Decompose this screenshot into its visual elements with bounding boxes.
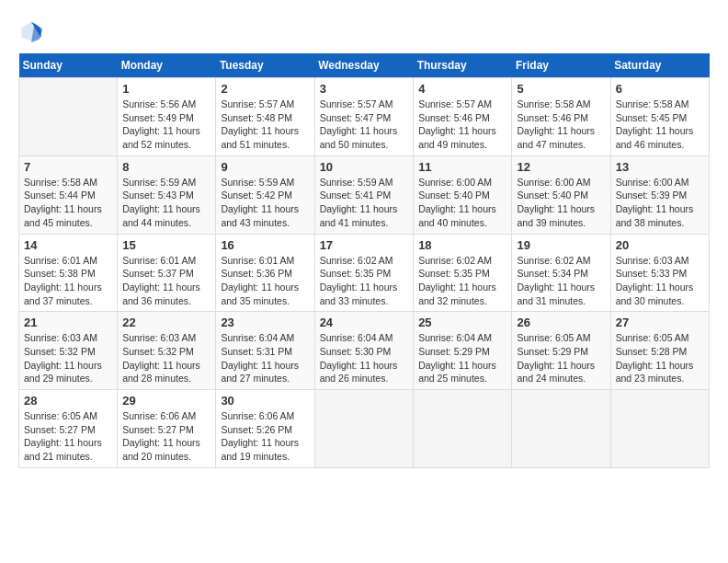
calendar-week-row: 14Sunrise: 6:01 AMSunset: 5:38 PMDayligh… — [19, 234, 710, 312]
day-info: Sunrise: 6:01 AMSunset: 5:38 PMDaylight:… — [24, 254, 112, 308]
day-number: 27 — [616, 316, 704, 329]
day-number: 25 — [418, 316, 506, 329]
day-info: Sunrise: 5:58 AMSunset: 5:45 PMDaylight:… — [616, 98, 704, 152]
calendar-cell: 15Sunrise: 6:01 AMSunset: 5:37 PMDayligh… — [118, 234, 216, 312]
calendar-week-row: 28Sunrise: 6:05 AMSunset: 5:27 PMDayligh… — [19, 390, 710, 468]
calendar-cell: 7Sunrise: 5:58 AMSunset: 5:44 PMDaylight… — [19, 155, 118, 234]
day-info: Sunrise: 6:03 AMSunset: 5:32 PMDaylight:… — [24, 331, 112, 385]
calendar-table: SundayMondayTuesdayWednesdayThursdayFrid… — [18, 53, 710, 468]
day-number: 7 — [24, 160, 112, 174]
calendar-cell: 19Sunrise: 6:02 AMSunset: 5:34 PMDayligh… — [512, 234, 610, 312]
day-number: 17 — [320, 238, 409, 252]
calendar-cell — [610, 390, 709, 468]
calendar-cell — [314, 390, 414, 468]
day-number: 2 — [221, 82, 309, 96]
day-info: Sunrise: 5:59 AMSunset: 5:42 PMDaylight:… — [221, 176, 309, 230]
day-number: 22 — [122, 316, 210, 329]
calendar-cell: 5Sunrise: 5:58 AMSunset: 5:46 PMDaylight… — [512, 78, 610, 156]
day-number: 29 — [122, 394, 210, 408]
day-info: Sunrise: 6:02 AMSunset: 5:35 PMDaylight:… — [320, 254, 409, 308]
calendar-week-row: 21Sunrise: 6:03 AMSunset: 5:32 PMDayligh… — [19, 312, 710, 390]
logo-icon — [18, 18, 44, 44]
calendar-cell — [19, 78, 118, 156]
weekday-header-monday: Monday — [118, 53, 216, 78]
calendar-week-row: 1Sunrise: 5:56 AMSunset: 5:49 PMDaylight… — [19, 78, 710, 156]
day-number: 11 — [418, 160, 506, 174]
day-info: Sunrise: 5:58 AMSunset: 5:46 PMDaylight:… — [517, 98, 605, 152]
calendar-cell: 27Sunrise: 6:05 AMSunset: 5:28 PMDayligh… — [610, 312, 709, 390]
day-info: Sunrise: 6:01 AMSunset: 5:36 PMDaylight:… — [221, 254, 309, 308]
calendar-cell: 26Sunrise: 6:05 AMSunset: 5:29 PMDayligh… — [512, 312, 610, 390]
day-number: 24 — [320, 316, 409, 329]
day-number: 30 — [221, 394, 309, 408]
day-number: 9 — [221, 160, 309, 174]
day-number: 26 — [517, 316, 605, 329]
day-info: Sunrise: 6:05 AMSunset: 5:28 PMDaylight:… — [616, 331, 704, 385]
calendar-cell: 30Sunrise: 6:06 AMSunset: 5:26 PMDayligh… — [216, 390, 314, 468]
day-number: 4 — [418, 82, 506, 96]
calendar-cell: 10Sunrise: 5:59 AMSunset: 5:41 PMDayligh… — [314, 155, 414, 234]
day-info: Sunrise: 6:04 AMSunset: 5:31 PMDaylight:… — [221, 331, 309, 385]
day-info: Sunrise: 5:57 AMSunset: 5:46 PMDaylight:… — [418, 98, 506, 152]
day-info: Sunrise: 5:56 AMSunset: 5:49 PMDaylight:… — [122, 98, 210, 152]
day-number: 20 — [616, 238, 704, 252]
day-number: 19 — [517, 238, 605, 252]
day-number: 5 — [517, 82, 605, 96]
day-info: Sunrise: 6:05 AMSunset: 5:27 PMDaylight:… — [24, 409, 112, 464]
day-info: Sunrise: 6:03 AMSunset: 5:33 PMDaylight:… — [616, 254, 704, 308]
calendar-cell: 28Sunrise: 6:05 AMSunset: 5:27 PMDayligh… — [19, 390, 118, 468]
day-info: Sunrise: 6:00 AMSunset: 5:40 PMDaylight:… — [418, 176, 506, 230]
calendar-cell: 29Sunrise: 6:06 AMSunset: 5:27 PMDayligh… — [118, 390, 216, 468]
day-number: 15 — [122, 238, 210, 252]
day-info: Sunrise: 5:57 AMSunset: 5:48 PMDaylight:… — [221, 98, 309, 152]
calendar-cell: 23Sunrise: 6:04 AMSunset: 5:31 PMDayligh… — [216, 312, 314, 390]
day-number: 14 — [24, 238, 112, 252]
day-number: 6 — [616, 82, 704, 96]
day-info: Sunrise: 6:05 AMSunset: 5:29 PMDaylight:… — [517, 331, 605, 385]
day-info: Sunrise: 6:02 AMSunset: 5:34 PMDaylight:… — [517, 254, 605, 308]
day-info: Sunrise: 6:00 AMSunset: 5:40 PMDaylight:… — [517, 176, 605, 230]
weekday-header-friday: Friday — [512, 53, 610, 78]
calendar-cell: 6Sunrise: 5:58 AMSunset: 5:45 PMDaylight… — [610, 78, 709, 156]
day-info: Sunrise: 5:57 AMSunset: 5:47 PMDaylight:… — [320, 98, 409, 152]
day-info: Sunrise: 5:59 AMSunset: 5:41 PMDaylight:… — [320, 176, 409, 230]
day-info: Sunrise: 6:04 AMSunset: 5:29 PMDaylight:… — [418, 331, 506, 385]
calendar-cell: 12Sunrise: 6:00 AMSunset: 5:40 PMDayligh… — [512, 155, 610, 234]
day-info: Sunrise: 6:01 AMSunset: 5:37 PMDaylight:… — [122, 254, 210, 308]
weekday-header-sunday: Sunday — [19, 53, 118, 78]
day-info: Sunrise: 6:04 AMSunset: 5:30 PMDaylight:… — [320, 331, 409, 385]
day-number: 8 — [122, 160, 210, 174]
day-number: 3 — [320, 82, 409, 96]
day-info: Sunrise: 6:00 AMSunset: 5:39 PMDaylight:… — [616, 176, 704, 230]
day-number: 16 — [221, 238, 309, 252]
day-info: Sunrise: 5:59 AMSunset: 5:43 PMDaylight:… — [122, 176, 210, 230]
calendar-cell — [414, 390, 512, 468]
calendar-cell: 13Sunrise: 6:00 AMSunset: 5:39 PMDayligh… — [610, 155, 709, 234]
day-info: Sunrise: 5:58 AMSunset: 5:44 PMDaylight:… — [24, 176, 112, 230]
weekday-header-thursday: Thursday — [414, 53, 512, 78]
calendar-cell: 18Sunrise: 6:02 AMSunset: 5:35 PMDayligh… — [414, 234, 512, 312]
calendar-cell: 4Sunrise: 5:57 AMSunset: 5:46 PMDaylight… — [414, 78, 512, 156]
day-info: Sunrise: 6:02 AMSunset: 5:35 PMDaylight:… — [418, 254, 506, 308]
weekday-header-wednesday: Wednesday — [314, 53, 414, 78]
calendar-cell: 9Sunrise: 5:59 AMSunset: 5:42 PMDaylight… — [216, 155, 314, 234]
calendar-cell: 11Sunrise: 6:00 AMSunset: 5:40 PMDayligh… — [414, 155, 512, 234]
day-info: Sunrise: 6:06 AMSunset: 5:27 PMDaylight:… — [122, 409, 210, 464]
calendar-cell — [512, 390, 610, 468]
calendar-cell: 3Sunrise: 5:57 AMSunset: 5:47 PMDaylight… — [314, 78, 414, 156]
day-number: 13 — [616, 160, 704, 174]
calendar-cell: 8Sunrise: 5:59 AMSunset: 5:43 PMDaylight… — [118, 155, 216, 234]
day-info: Sunrise: 6:06 AMSunset: 5:26 PMDaylight:… — [221, 409, 309, 464]
calendar-cell: 22Sunrise: 6:03 AMSunset: 5:32 PMDayligh… — [118, 312, 216, 390]
day-number: 1 — [122, 82, 210, 96]
weekday-header-row: SundayMondayTuesdayWednesdayThursdayFrid… — [19, 53, 710, 78]
calendar-cell: 17Sunrise: 6:02 AMSunset: 5:35 PMDayligh… — [314, 234, 414, 312]
logo — [18, 18, 48, 44]
calendar-cell: 21Sunrise: 6:03 AMSunset: 5:32 PMDayligh… — [19, 312, 118, 390]
calendar-cell: 2Sunrise: 5:57 AMSunset: 5:48 PMDaylight… — [216, 78, 314, 156]
page-header — [18, 18, 710, 44]
weekday-header-tuesday: Tuesday — [216, 53, 314, 78]
day-number: 18 — [418, 238, 506, 252]
calendar-cell: 24Sunrise: 6:04 AMSunset: 5:30 PMDayligh… — [314, 312, 414, 390]
calendar-cell: 25Sunrise: 6:04 AMSunset: 5:29 PMDayligh… — [414, 312, 512, 390]
